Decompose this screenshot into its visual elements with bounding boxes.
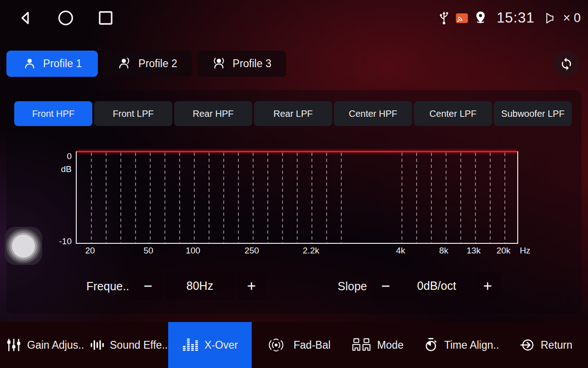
xover-plot — [76, 151, 518, 244]
user-icon — [23, 57, 37, 71]
usb-icon — [438, 11, 450, 25]
stopwatch-icon — [424, 338, 438, 352]
nav-mode[interactable]: Mode — [352, 322, 404, 368]
profile-label: Profile 3 — [232, 58, 271, 70]
tab-rear-lpf[interactable]: Rear LPF — [254, 101, 332, 126]
frequency-value: 80Hz — [165, 272, 234, 300]
nav-label: Return — [541, 339, 572, 351]
gridline — [297, 153, 298, 243]
slope-plus-button[interactable]: + — [474, 272, 501, 300]
assist-ball-icon — [12, 235, 35, 258]
slope-label: Slope — [338, 272, 367, 300]
tab-subwoofer-lpf[interactable]: Subwoofer LPF — [494, 101, 572, 126]
head-unit-screen: 15:31 × 0 Profile 1 — [0, 0, 588, 368]
profile-bar: Profile 1 Profile 2 Profile — [6, 51, 286, 77]
profile-3-button[interactable]: Profile 3 — [197, 51, 286, 77]
frequency-plus-button[interactable]: + — [237, 272, 266, 300]
floating-assist-button[interactable] — [5, 227, 42, 265]
response-curve — [77, 151, 517, 152]
gridline — [135, 153, 136, 243]
cast-icon — [456, 13, 468, 23]
android-nav-buttons — [17, 9, 115, 27]
gridline — [253, 153, 254, 243]
x-tick-label: 8k — [439, 246, 448, 256]
nav-xover[interactable]: X-Over — [168, 322, 252, 368]
equalizer-bars-icon — [182, 338, 198, 352]
x-tick-label: 100 — [186, 246, 200, 256]
home-icon[interactable] — [57, 9, 75, 27]
gridline — [150, 153, 151, 243]
slope-minus-button[interactable]: − — [372, 272, 399, 300]
tab-front-lpf[interactable]: Front LPF — [94, 101, 172, 126]
location-icon — [474, 11, 487, 26]
gain-sliders-icon — [6, 338, 21, 352]
status-bar: 15:31 × 0 — [0, 0, 588, 36]
x-axis-labels: 20501002502.2k4k8k13k20kHz — [0, 246, 588, 257]
tab-center-hpf[interactable]: Center HPF — [334, 101, 412, 126]
gridline — [164, 153, 165, 243]
x-tick-label: 13k — [467, 246, 481, 256]
gridline — [490, 153, 491, 243]
return-arrow-icon — [520, 338, 535, 352]
y-axis-unit: dB — [53, 164, 72, 174]
gridline — [431, 153, 432, 243]
x-tick-label: 4k — [396, 246, 405, 256]
fader-balance-icon — [265, 338, 288, 352]
gridline — [460, 153, 461, 243]
gridline — [120, 153, 121, 243]
gridline — [179, 153, 180, 243]
y-tick-bottom: -10 — [53, 236, 72, 247]
nav-return[interactable]: Return — [520, 322, 572, 368]
gridline — [401, 153, 402, 243]
nav-fad-bal[interactable]: Fad-Bal — [265, 322, 331, 368]
gridline — [91, 153, 92, 243]
tab-rear-hpf[interactable]: Rear HPF — [174, 101, 252, 126]
status-icons: 15:31 × 0 — [438, 10, 581, 26]
gridline — [446, 153, 447, 243]
filter-tab-bar: Front HPF Front LPF Rear HPF Rear LPF Ce… — [14, 101, 572, 126]
sound-effect-icon — [90, 338, 104, 352]
gridline — [475, 153, 476, 243]
nav-label: Fad-Bal — [294, 339, 331, 351]
profile-label: Profile 1 — [43, 58, 82, 70]
speaker-mode-icon — [352, 338, 371, 352]
tab-center-lpf[interactable]: Center LPF — [414, 101, 492, 126]
nav-label: Time Align.. — [444, 339, 499, 351]
volume-level: × 0 — [563, 11, 581, 25]
nav-label: Sound Effe.. — [110, 339, 168, 351]
gridline — [326, 153, 327, 243]
user-voice-icon — [118, 57, 132, 71]
volume-muted-icon — [543, 12, 557, 25]
nav-time-align[interactable]: Time Align.. — [424, 322, 499, 368]
profile-label: Profile 2 — [138, 58, 177, 70]
frequency-label: Freque.. — [86, 272, 129, 300]
slope-value: 0dB/oct — [402, 272, 471, 300]
x-tick-label: 2.2k — [303, 246, 319, 256]
nav-sound-effect[interactable]: Sound Effe.. — [90, 322, 168, 368]
gridline — [311, 153, 312, 243]
gridline — [504, 153, 505, 243]
nav-label: Gain Adjus.. — [27, 339, 84, 351]
x-axis-unit: Hz — [520, 246, 530, 256]
frequency-minus-button[interactable]: − — [133, 272, 163, 300]
gridline — [106, 153, 107, 243]
nav-gain-adjust[interactable]: Gain Adjus.. — [6, 322, 84, 368]
gridline — [238, 153, 239, 243]
nav-label: X-Over — [204, 339, 238, 351]
x-tick-label: 20k — [497, 246, 511, 256]
gridline — [209, 153, 209, 243]
back-icon[interactable] — [17, 9, 35, 27]
nav-label: Mode — [377, 339, 404, 351]
tab-front-hpf[interactable]: Front HPF — [14, 101, 92, 126]
recents-icon[interactable] — [96, 9, 115, 27]
gridline — [416, 153, 417, 243]
profile-1-button[interactable]: Profile 1 — [6, 51, 98, 77]
reset-button[interactable] — [553, 51, 579, 77]
refresh-icon — [560, 57, 573, 71]
gridline — [282, 153, 283, 243]
clock: 15:31 — [497, 10, 535, 26]
profile-2-button[interactable]: Profile 2 — [103, 51, 192, 77]
gridline — [267, 153, 268, 243]
y-tick-top: 0 — [53, 151, 72, 161]
gridline — [223, 153, 224, 243]
